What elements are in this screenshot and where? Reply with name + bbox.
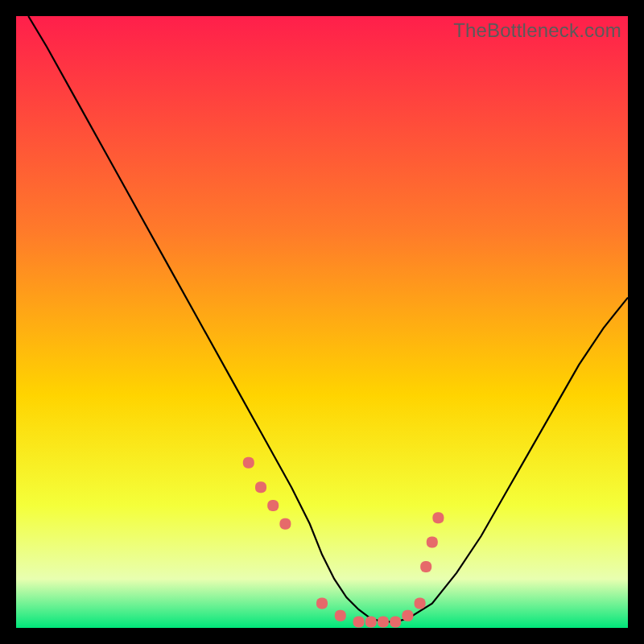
marker-point [365,616,377,627]
marker-point [267,500,279,511]
marker-point [402,610,413,621]
marker-point [335,610,346,621]
bottleneck-chart [16,16,628,628]
marker-point [255,481,266,493]
marker-point [420,561,431,572]
marker-point [243,457,254,469]
marker-point [279,518,291,530]
marker-point [427,537,438,548]
marker-point [378,616,389,627]
marker-point [353,616,365,627]
gradient-bg [16,16,628,628]
chart-frame: TheBottleneck.com [16,16,628,628]
marker-point [432,512,444,523]
marker-point [390,616,401,627]
watermark-text: TheBottleneck.com [453,19,621,42]
marker-point [316,598,328,609]
marker-point [415,598,426,609]
